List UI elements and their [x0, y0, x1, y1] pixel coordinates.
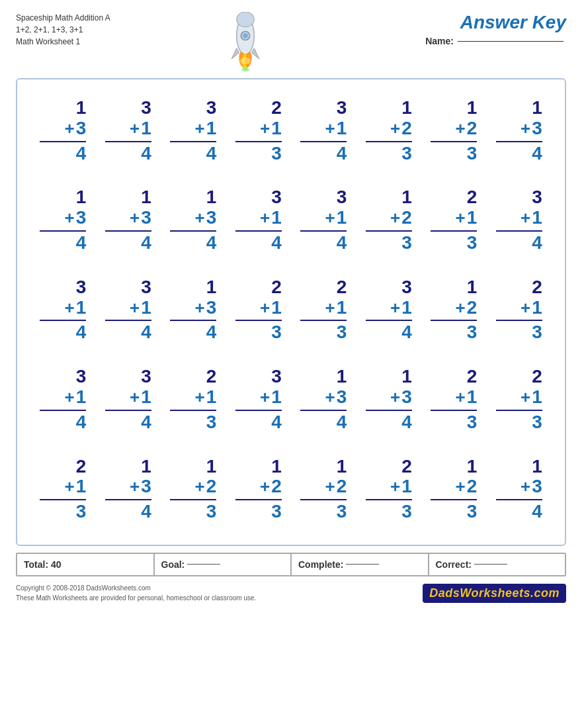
addend: +1: [520, 208, 542, 228]
problem-r4-c3: 1 +2 3: [235, 457, 282, 522]
problem-r0-c4: 3 +1 4: [300, 98, 347, 163]
answer: 4: [141, 412, 151, 433]
problem-r3-c2: 2 +1 3: [170, 367, 216, 432]
addend: +1: [325, 208, 347, 228]
answer: 4: [141, 322, 151, 343]
brand-logo: DadsWorksheets.com: [423, 584, 566, 603]
answer: 4: [271, 233, 282, 253]
addend: +1: [64, 298, 86, 318]
problem-row-0: 1 +3 4 3 +1 4 3 +1 4 2 +1 3 3 +1: [30, 86, 552, 175]
divider-line: [170, 320, 216, 321]
name-underline: [458, 41, 563, 42]
copyright-line1: Copyright © 2008-2018 DadsWorksheets.com: [16, 583, 256, 593]
top-num: 1: [401, 98, 412, 118]
addend: +1: [390, 298, 412, 318]
addend: +1: [520, 387, 542, 408]
problem-r4-c4: 1 +2 3: [300, 457, 347, 522]
problem-r1-c4: 3 +1 4: [300, 187, 347, 253]
problem-r2-c5: 3 +1 4: [366, 277, 412, 343]
problem-r0-c6: 1 +2 3: [431, 98, 477, 163]
answer: 3: [467, 144, 478, 164]
answer-key-label: Answer Key: [460, 12, 566, 33]
answer: 4: [401, 412, 412, 433]
top-num: 3: [206, 98, 217, 118]
divider-line: [40, 499, 86, 500]
divider-line: [170, 410, 216, 411]
top-num: 3: [271, 187, 282, 208]
addend: +2: [390, 208, 412, 228]
header-right: Answer Key Name:: [381, 12, 566, 46]
addend: +1: [194, 118, 216, 139]
total-label: Total:: [24, 559, 48, 570]
addend: +1: [260, 118, 282, 139]
top-num: 3: [141, 98, 151, 118]
top-num: 1: [467, 98, 478, 118]
copyright-text: Copyright © 2008-2018 DadsWorksheets.com…: [16, 583, 256, 603]
divider-line: [366, 141, 412, 142]
divider-line: [300, 230, 347, 232]
divider-line: [235, 320, 282, 321]
problem-r3-c1: 3 +1 4: [105, 367, 151, 432]
svg-point-5: [243, 33, 249, 38]
answer: 3: [206, 502, 217, 522]
divider-line: [496, 320, 542, 321]
answer: 3: [206, 412, 217, 433]
problem-r4-c7: 1 +3 4: [496, 457, 542, 522]
top-num: 2: [467, 367, 478, 387]
top-num: 1: [337, 457, 347, 477]
problem-r0-c3: 2 +1 3: [235, 98, 282, 163]
problem-r4-c1: 1 +3 4: [105, 457, 151, 522]
addend: +1: [64, 477, 86, 497]
top-num: 1: [206, 187, 217, 208]
divider-line: [496, 230, 542, 232]
top-num: 3: [271, 367, 282, 387]
answer: 3: [467, 412, 478, 433]
addend: +3: [194, 208, 216, 228]
top-num: 3: [401, 277, 412, 298]
problem-r0-c0: 1 +3 4: [40, 98, 86, 163]
divider-line: [366, 320, 412, 321]
divider-line: [496, 499, 542, 500]
goal-line: [187, 564, 220, 565]
name-line: Name:: [425, 36, 566, 46]
footer-box: Total: 40 Goal: Complete: Correct:: [16, 553, 566, 576]
top-num: 2: [467, 187, 478, 208]
divider-line: [300, 410, 347, 411]
complete-line: [346, 564, 379, 565]
svg-point-10: [242, 67, 249, 71]
addend: +2: [260, 477, 282, 497]
divider-line: [40, 320, 86, 321]
answer: 4: [401, 322, 412, 343]
addend: +1: [194, 387, 216, 408]
copyright: Copyright © 2008-2018 DadsWorksheets.com…: [16, 583, 566, 603]
answer: 4: [76, 144, 87, 164]
addend: +1: [130, 298, 151, 318]
top-num: 3: [141, 367, 151, 387]
problem-r1-c2: 1 +3 4: [170, 187, 216, 253]
answer: 4: [532, 144, 542, 164]
divider-line: [431, 320, 477, 321]
top-num: 3: [141, 277, 151, 298]
answer: 4: [206, 144, 217, 164]
problem-row-1: 1 +3 4 1 +3 4 1 +3 4 3 +1 4 3 +1: [30, 175, 552, 265]
title-line3: Math Worksheet 1: [16, 36, 110, 48]
problem-r1-c1: 1 +3 4: [105, 187, 151, 253]
problem-r3-c3: 3 +1 4: [235, 367, 282, 432]
answer: 3: [467, 233, 478, 253]
answer: 4: [337, 233, 347, 253]
svg-marker-2: [232, 48, 239, 59]
answer: 4: [76, 322, 87, 343]
divider-line: [105, 141, 151, 142]
top-num: 2: [206, 367, 217, 387]
problem-r4-c5: 2 +1 3: [366, 457, 412, 522]
answer: 3: [401, 502, 412, 522]
divider-line: [496, 141, 542, 142]
answer: 4: [337, 144, 347, 164]
addend: +1: [325, 298, 347, 318]
divider-line: [235, 141, 282, 142]
problem-row-3: 3 +1 4 3 +1 4 2 +1 3 3 +1 4 1 +3: [30, 355, 552, 444]
addend: +3: [325, 387, 347, 408]
problem-r0-c7: 1 +3 4: [496, 98, 542, 163]
header-center: [110, 12, 381, 71]
answer: 3: [76, 502, 87, 522]
